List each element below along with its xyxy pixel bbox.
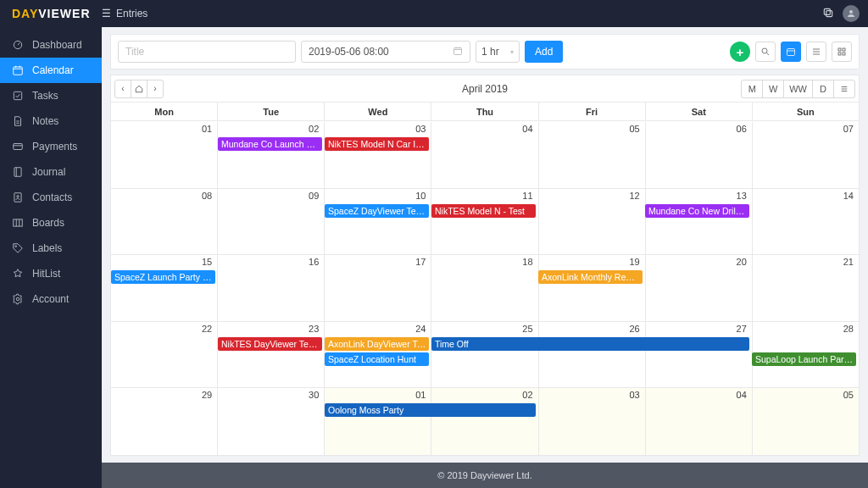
chevron-down-icon: ▾	[510, 48, 514, 56]
day-cell[interactable]: 13	[645, 189, 752, 255]
day-cell[interactable]: 21	[752, 255, 859, 321]
calendar-view-button[interactable]	[781, 42, 801, 62]
entries-toggle[interactable]: ☰ Entries	[102, 8, 147, 19]
new-entry-button[interactable]: +	[730, 42, 750, 62]
grid-view-button[interactable]	[832, 42, 852, 62]
day-cell[interactable]: 09	[217, 189, 324, 255]
day-cell[interactable]: 23	[217, 322, 324, 388]
sidebar-item-label: Dashboard	[32, 39, 82, 51]
event-item[interactable]: SpaceZ Launch Party Paym...	[111, 270, 215, 284]
day-cell[interactable]: 25	[431, 322, 537, 388]
prev-button[interactable]: ‹	[114, 80, 131, 98]
day-cell[interactable]: 02	[431, 388, 537, 455]
day-cell[interactable]: 11	[431, 189, 537, 255]
day-cell[interactable]: 29	[111, 388, 217, 455]
day-cell[interactable]: 01	[111, 122, 217, 188]
event-item[interactable]: SupaLoop Launch Party Pa...	[752, 352, 856, 366]
day-cell[interactable]: 01	[324, 388, 431, 455]
calendar-panel: ‹ › April 2019 MWWWD MonTueWedThuFriSatS…	[110, 75, 860, 456]
event-item[interactable]: NikTES DayViewer Team Room	[218, 337, 322, 351]
day-cell[interactable]: 18	[431, 255, 537, 321]
view-btn-m[interactable]: M	[741, 80, 763, 98]
day-cell[interactable]: 14	[752, 189, 859, 255]
sidebar-item-boards[interactable]: Boards	[0, 210, 102, 236]
day-cell[interactable]: 04	[645, 388, 752, 455]
day-cell[interactable]: 16	[217, 255, 324, 321]
copy-icon[interactable]	[822, 7, 834, 21]
day-cell[interactable]: 08	[111, 189, 217, 255]
day-number: 03	[415, 124, 426, 134]
day-cell[interactable]: 02	[217, 122, 324, 188]
view-btn-w[interactable]: W	[762, 80, 784, 98]
next-button[interactable]: ›	[147, 80, 164, 98]
search-button[interactable]	[755, 42, 776, 62]
event-item[interactable]: Mundane Co Launch Party ...	[218, 137, 322, 151]
sidebar-item-notes[interactable]: Notes	[0, 108, 102, 134]
day-number: 01	[415, 390, 426, 400]
sidebar-item-account[interactable]: Account	[0, 286, 102, 312]
event-item[interactable]: SpaceZ DayViewer Team Ro...	[325, 204, 429, 218]
day-cell[interactable]: 20	[645, 255, 752, 321]
event-item[interactable]: Time Off	[431, 337, 749, 351]
user-avatar[interactable]	[843, 5, 860, 22]
day-cell[interactable]: 07	[752, 122, 859, 188]
day-cell[interactable]: 06	[645, 122, 752, 188]
date-input[interactable]: 2019-05-06 08:00	[301, 41, 470, 63]
day-cell[interactable]: 04	[431, 122, 537, 188]
svg-rect-18	[838, 53, 841, 55]
event-item[interactable]: NikTES Model N Car Ideas	[325, 137, 429, 151]
sidebar-item-labels[interactable]: Labels	[0, 236, 102, 261]
day-cell[interactable]: 30	[217, 388, 324, 455]
day-cell[interactable]: 05	[752, 388, 859, 455]
today-button[interactable]	[131, 80, 147, 98]
svg-rect-7	[14, 168, 21, 177]
view-btn-d[interactable]: D	[812, 80, 834, 98]
duration-select[interactable]: 1 hr ▾	[476, 41, 520, 63]
day-cell[interactable]: 22	[111, 322, 217, 388]
event-item[interactable]: NikTES Model N - Test	[431, 204, 536, 218]
day-cell[interactable]: 12	[538, 189, 645, 255]
day-number: 28	[843, 324, 854, 334]
sidebar-item-contacts[interactable]: Contacts	[0, 185, 102, 210]
day-cell[interactable]: 17	[324, 255, 431, 321]
day-cell[interactable]: 03	[324, 122, 431, 188]
day-cell[interactable]: 03	[538, 388, 645, 455]
calendar-grid: 01020304050607Mundane Co Launch Party ..…	[111, 122, 859, 455]
add-button[interactable]: Add	[525, 41, 563, 63]
title-input[interactable]	[118, 41, 296, 63]
duration-value: 1 hr	[481, 46, 499, 58]
view-btn-ww[interactable]: WW	[783, 80, 813, 98]
sidebar-item-payments[interactable]: Payments	[0, 134, 102, 159]
day-number: 02	[522, 390, 532, 400]
view-btn-list[interactable]	[833, 80, 855, 98]
day-cell[interactable]: 19	[538, 255, 645, 321]
event-item[interactable]: Oolong Moss Party	[325, 403, 536, 417]
journal-icon	[12, 166, 24, 178]
tasks-icon	[12, 90, 24, 102]
copyright: © 2019 Dayviewer Ltd.	[437, 470, 531, 480]
svg-rect-16	[838, 48, 841, 51]
day-number: 03	[629, 390, 639, 400]
day-number: 29	[202, 390, 212, 400]
event-item[interactable]: Mundane Co New Drill Bit	[645, 204, 749, 218]
dow-tue: Tue	[217, 103, 324, 120]
sidebar-item-journal[interactable]: Journal	[0, 159, 102, 185]
day-number: 25	[522, 324, 532, 334]
event-item[interactable]: SpaceZ Location Hunt	[325, 352, 429, 366]
list-view-button[interactable]	[806, 42, 826, 62]
day-number: 12	[629, 191, 639, 201]
event-item[interactable]: AxonLink DayViewer Team ...	[325, 337, 429, 351]
sidebar-item-dashboard[interactable]: Dashboard	[0, 32, 102, 58]
day-cell[interactable]: 10	[324, 189, 431, 255]
event-item[interactable]: AxonLink Monthly Report	[538, 270, 643, 284]
svg-rect-17	[843, 48, 845, 51]
calendar-header: ‹ › April 2019 MWWWD	[111, 75, 859, 103]
sidebar-item-tasks[interactable]: Tasks	[0, 83, 102, 108]
sidebar-item-hitlist[interactable]: HitList	[0, 261, 102, 286]
day-cell[interactable]: 26	[538, 322, 645, 388]
day-cell[interactable]: 05	[538, 122, 645, 188]
day-cell[interactable]: 27	[645, 322, 752, 388]
sidebar-item-calendar[interactable]: Calendar	[0, 58, 102, 83]
day-cell[interactable]: 15	[111, 255, 217, 321]
day-number: 14	[843, 191, 854, 201]
